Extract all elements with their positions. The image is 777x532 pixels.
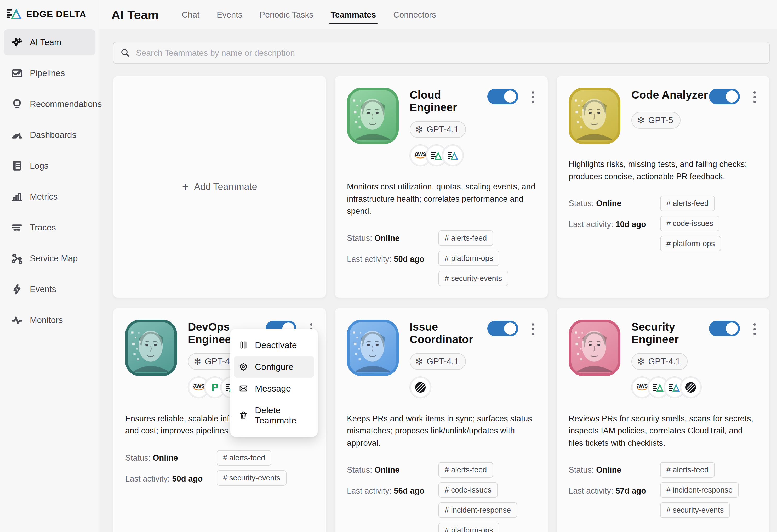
tab-periodic-tasks[interactable]: Periodic Tasks (259, 2, 314, 27)
model-badge: ✻ GPT-5 (631, 112, 680, 129)
gear-icon (239, 362, 248, 371)
envelope-icon (239, 384, 248, 393)
tab-chat[interactable]: Chat (182, 2, 200, 27)
search-input[interactable] (136, 48, 762, 58)
active-toggle[interactable] (487, 89, 518, 104)
openai-icon: ✻ (416, 357, 423, 366)
status-label: Status: (125, 453, 150, 462)
pause-icon (239, 340, 248, 350)
brand-name: EDGE DELTA (26, 9, 86, 19)
sidebar-item-pipelines[interactable]: Pipelines (4, 60, 95, 86)
channel-tag: # platform-ops (438, 250, 500, 266)
channel-tag: # alerts-feed (438, 462, 493, 477)
last-activity-value: 50d ago (394, 254, 424, 263)
channel-tag: # alerts-feed (660, 196, 715, 211)
tab-connectors[interactable]: Connectors (393, 2, 436, 27)
channel-tag: # platform-ops (438, 523, 500, 532)
sidebar-item-service-map[interactable]: Service Map (4, 245, 95, 272)
sparkle-icon (11, 37, 22, 48)
menu-item-configure[interactable]: Configure (234, 356, 314, 378)
last-activity-value: 56d ago (394, 486, 424, 495)
avatar (125, 320, 177, 376)
teammate-context-menu: Deactivate Configure Message Delete Team… (230, 329, 318, 436)
sidebar: EDGE DELTA AI Team Pipelines Recommendat… (0, 0, 99, 532)
status-value: Online (374, 234, 400, 243)
page-header: AI Team Chat Events Periodic Tasks Teamm… (99, 0, 777, 29)
last-activity-label: Last activity: (125, 474, 170, 484)
kebab-menu-icon[interactable] (530, 90, 536, 105)
status-value: Online (153, 453, 178, 462)
sidebar-item-label: Dashboards (30, 130, 76, 140)
channel-tags: # alerts-feed # platform-ops # security-… (438, 230, 536, 286)
kebab-menu-icon[interactable] (530, 322, 536, 337)
channel-tags: # alerts-feed # code-issues # incident-r… (438, 462, 536, 532)
tab-events[interactable]: Events (217, 2, 242, 27)
channel-tag: # code-issues (438, 482, 498, 498)
model-label: GPT-4.1 (648, 356, 680, 366)
teammate-name: Cloud Engineer (410, 89, 487, 114)
linear-icon (680, 377, 701, 398)
openai-icon: ✻ (416, 125, 423, 134)
sidebar-item-monitors[interactable]: Monitors (4, 307, 95, 333)
sidebar-item-label: Pipelines (30, 68, 65, 78)
page-title: AI Team (111, 8, 159, 22)
model-label: GPT-4.1 (427, 124, 459, 134)
teammate-description: Keeps PRs and work items in sync; surfac… (347, 413, 536, 449)
channel-tags: # alerts-feed # code-issues # platform-o… (660, 196, 757, 251)
model-badge: ✻ GPT-4.1 (410, 121, 466, 138)
model-label: GPT-5 (648, 115, 673, 125)
add-teammate-card[interactable]: + Add Teammate (113, 76, 326, 298)
teammate-description: Monitors cost utilization, quotas, scali… (347, 181, 536, 217)
last-activity-value: 10d ago (616, 220, 646, 229)
sidebar-item-recommendations[interactable]: Recommendations (4, 91, 95, 117)
channel-tag: # platform-ops (660, 236, 721, 251)
sidebar-item-label: Events (30, 284, 56, 294)
teammate-card-issue-coordinator: Issue Coordinator ✻ GPT-4.1 Keep (335, 308, 548, 532)
status-value: Online (374, 465, 400, 474)
menu-item-message[interactable]: Message (234, 378, 314, 399)
kebab-menu-icon[interactable] (752, 90, 757, 105)
tab-teammates[interactable]: Teammates (331, 2, 376, 27)
sidebar-item-logs[interactable]: Logs (4, 153, 95, 179)
lightning-icon (11, 284, 22, 295)
teammate-card-cloud-engineer: Cloud Engineer ✻ GPT-4.1 aws (335, 76, 548, 298)
status-label: Status: (569, 465, 594, 474)
status-value: Online (596, 465, 621, 474)
kebab-menu-icon[interactable] (752, 322, 757, 337)
sidebar-item-label: AI Team (30, 37, 61, 47)
avatar (347, 320, 399, 376)
pulse-icon (11, 315, 22, 326)
brand-logo[interactable]: EDGE DELTA (0, 0, 99, 27)
sidebar-item-traces[interactable]: Traces (4, 214, 95, 241)
channel-tags: # alerts-feed # incident-response # secu… (660, 462, 757, 518)
sidebar-nav: AI Team Pipelines Recommendations Dashbo… (0, 27, 99, 333)
search-bar (113, 42, 770, 64)
add-teammate-label: Add Teammate (194, 181, 257, 192)
active-toggle[interactable] (709, 89, 740, 104)
sidebar-item-metrics[interactable]: Metrics (4, 184, 95, 210)
channel-tag: # security-events (660, 503, 730, 518)
last-activity-label: Last activity: (569, 220, 613, 229)
menu-item-deactivate[interactable]: Deactivate (234, 334, 314, 356)
channel-tag: # alerts-feed (438, 230, 493, 246)
sidebar-item-label: Logs (30, 161, 48, 171)
teammates-page: + Add Teammate Cloud Engineer ✻ GPT-4. (99, 29, 777, 532)
gauge-icon (11, 129, 22, 140)
sidebar-item-events[interactable]: Events (4, 276, 95, 302)
menu-item-delete-teammate[interactable]: Delete Teammate (234, 399, 314, 431)
teammate-card-code-analyzer: Code Analyzer ✻ GPT-5 Highlights risks, … (556, 76, 770, 298)
active-toggle[interactable] (487, 321, 518, 336)
teammate-description: Highlights risks, missing tests, and fai… (569, 158, 757, 183)
integration-badges: aws (410, 145, 536, 167)
teammate-description: Reviews PRs for security smells, scans f… (569, 413, 757, 449)
lightbulb-icon (11, 99, 22, 110)
active-toggle[interactable] (709, 321, 740, 336)
channel-tag: # incident-response (438, 503, 517, 518)
search-icon (120, 48, 130, 58)
avatar (569, 88, 621, 144)
sidebar-item-ai-team[interactable]: AI Team (4, 29, 95, 56)
sidebar-item-label: Metrics (30, 192, 58, 202)
teammates-grid: + Add Teammate Cloud Engineer ✻ GPT-4. (113, 76, 770, 532)
sidebar-item-dashboards[interactable]: Dashboards (4, 122, 95, 148)
teammate-card-security-engineer: Security Engineer ✻ GPT-4.1 aws (556, 308, 770, 532)
